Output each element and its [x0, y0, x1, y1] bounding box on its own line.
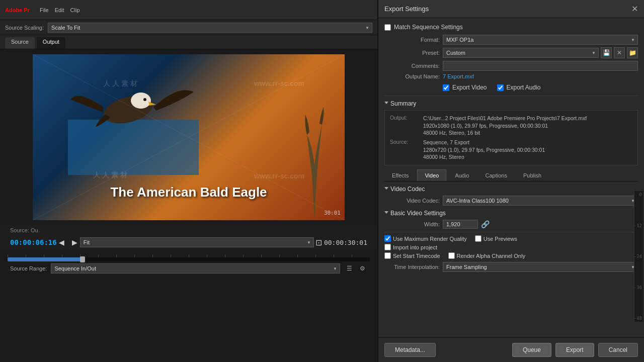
- menu-clip[interactable]: Clip: [70, 7, 80, 13]
- basic-video-triangle: [384, 211, 388, 216]
- source-scaling-dropdown[interactable]: Scale To Fit: [48, 23, 372, 33]
- match-sequence-label: Match Sequence Settings: [394, 24, 463, 31]
- codec-row: Video Codec: AVC-Intra Class100 1080: [384, 196, 638, 206]
- source-range-label: Source Range:: [10, 265, 47, 272]
- tab-output[interactable]: Output: [37, 37, 65, 49]
- level-0: 0: [639, 192, 642, 197]
- close-button[interactable]: ✕: [631, 4, 638, 14]
- max-render-option: Use Maximum Render Quality: [384, 235, 467, 242]
- footer-buttons: Metadata... Queue Export Cancel: [378, 337, 644, 362]
- preset-icon-buttons: 💾 ✕ 📁: [601, 47, 638, 58]
- match-sequence-checkbox[interactable]: [384, 24, 391, 31]
- basic-video-header[interactable]: Basic Video Settings: [384, 210, 638, 217]
- width-row: Width: 🔗: [384, 220, 638, 229]
- tab-video[interactable]: Video: [417, 169, 446, 181]
- summary-source-row: Source: Sequence, 7 Export 644x362 (1.0…: [390, 139, 632, 161]
- video-codec-triangle: [384, 187, 388, 192]
- summary-source-key: Source:: [390, 139, 420, 161]
- format-label: Format:: [384, 37, 440, 43]
- comments-input[interactable]: [443, 61, 638, 71]
- timeline-bar[interactable]: [8, 257, 370, 261]
- options-row-3: Set Start Timecode Render Alpha Channel …: [384, 252, 638, 259]
- video-title: The American Bald Eagle: [33, 185, 345, 200]
- export-video-checkbox[interactable]: [443, 84, 449, 91]
- width-input[interactable]: [443, 220, 478, 229]
- options-row-1: Use Maximum Render Quality Use Previews: [384, 235, 638, 242]
- cancel-button[interactable]: Cancel: [598, 343, 638, 357]
- export-audio-row: Export Audio: [497, 84, 541, 91]
- codec-dropdown[interactable]: AVC-Intra Class100 1080: [443, 196, 638, 206]
- preset-dropdown[interactable]: Custom: [443, 48, 599, 58]
- render-alpha-option: Render Alpha Channel Only: [448, 252, 525, 259]
- timecode-overlay: 30:01: [324, 210, 341, 216]
- format-dropdown[interactable]: MXF OP1a: [443, 35, 638, 45]
- format-row: Format: MXF OP1a: [384, 35, 638, 45]
- source-range-bar: Source Range: Sequence In/Out ☰ ⚙: [0, 261, 377, 276]
- level-48: -48: [634, 316, 642, 321]
- preview-inner: 人 人 素 材 www.rr-sc.com 人 人 素 材 www.rr-sc.…: [33, 54, 345, 220]
- export-video-label: Export Video: [452, 84, 487, 91]
- render-alpha-checkbox[interactable]: [448, 252, 455, 259]
- set-timecode-checkbox[interactable]: [384, 252, 391, 259]
- tab-source[interactable]: Source: [5, 37, 35, 49]
- video-codec-section: Video Codec Video Codec: AVC-Intra Class…: [384, 186, 638, 206]
- timeline-thumb[interactable]: [80, 256, 85, 262]
- export-button[interactable]: Export: [555, 343, 594, 357]
- tab-audio[interactable]: Audio: [447, 169, 476, 181]
- metadata-button[interactable]: Metadata...: [384, 343, 436, 357]
- export-audio-checkbox[interactable]: [497, 84, 504, 91]
- preview-label: Source: Ou: [10, 227, 38, 233]
- preset-label: Preset:: [384, 50, 440, 56]
- summary-title: Summary: [390, 100, 416, 107]
- source-range-dropdown[interactable]: Sequence In/Out: [51, 263, 340, 274]
- timecode-bar: 00:00:06:16 ◀ ▶ Fit ⊡ 00:00:30:01: [0, 235, 377, 249]
- list-view-button[interactable]: ☰: [344, 263, 354, 274]
- export-audio-label: Export Audio: [507, 84, 541, 91]
- import-project-checkbox[interactable]: [384, 244, 391, 250]
- codec-label: Video Codec:: [384, 198, 440, 204]
- summary-section: Output: C:\User...2 Project Files\01 Ado…: [384, 110, 638, 165]
- video-codec-title: Video Codec: [390, 186, 425, 193]
- level-36: -36: [634, 285, 642, 290]
- summary-output-key: Output:: [390, 115, 420, 137]
- tab-effects[interactable]: Effects: [384, 169, 416, 181]
- summary-output-val: C:\User...2 Project Files\01 Adobe Premi…: [423, 115, 587, 137]
- export-title: Export Settings: [384, 5, 429, 13]
- render-alpha-label: Render Alpha Channel Only: [457, 253, 525, 259]
- tab-publish[interactable]: Publish: [516, 169, 549, 181]
- tab-captions[interactable]: Captions: [478, 169, 515, 181]
- fit-dropdown[interactable]: Fit: [80, 237, 314, 247]
- timecode-current: 00:00:06:16: [10, 238, 57, 246]
- use-previews-checkbox[interactable]: [475, 235, 481, 242]
- delete-preset-button[interactable]: ✕: [614, 47, 625, 58]
- queue-button[interactable]: Queue: [512, 343, 551, 357]
- menu-edit[interactable]: Edit: [55, 7, 64, 13]
- export-video-row: Export Video: [443, 84, 487, 91]
- video-codec-header[interactable]: Video Codec: [384, 186, 638, 193]
- video-preview: 人 人 素 材 www.rr-sc.com 人 人 素 材 www.rr-sc.…: [33, 54, 345, 220]
- preview-info: Source: Ou: [0, 225, 377, 235]
- export-body: Match Sequence Settings Format: MXF OP1a…: [378, 18, 644, 279]
- export-header: Export Settings ✕: [378, 0, 644, 18]
- export-tabs: Effects Video Audio Captions Publish: [384, 169, 638, 182]
- output-name-link[interactable]: 7 Export.mxf: [443, 73, 474, 79]
- time-interp-label: Time Interpolation:: [384, 264, 440, 270]
- menu-file[interactable]: File: [40, 7, 49, 13]
- time-interpolation-row: Time Interpolation: Frame Sampling: [384, 262, 638, 272]
- match-sequence-row: Match Sequence Settings: [384, 24, 638, 31]
- save-preset-button[interactable]: 💾: [601, 47, 612, 58]
- summary-triangle: [384, 102, 388, 106]
- rewind-button[interactable]: ◀: [57, 237, 67, 247]
- time-interp-dropdown[interactable]: Frame Sampling: [443, 262, 638, 272]
- max-render-checkbox[interactable]: [384, 235, 391, 242]
- top-bar: Adobe Pr File Edit Clip: [0, 0, 377, 20]
- play-button[interactable]: ▶: [70, 237, 80, 247]
- loop-button[interactable]: ⊡: [314, 237, 324, 247]
- summary-header[interactable]: Summary: [384, 100, 638, 107]
- app-logo: Adobe Pr: [5, 7, 30, 13]
- import-preset-button[interactable]: 📁: [627, 47, 638, 58]
- width-label: Width:: [384, 221, 440, 227]
- timeline-ruler: [8, 249, 370, 257]
- settings-icon-button[interactable]: ⚙: [357, 263, 367, 274]
- divider-1: [384, 96, 638, 96]
